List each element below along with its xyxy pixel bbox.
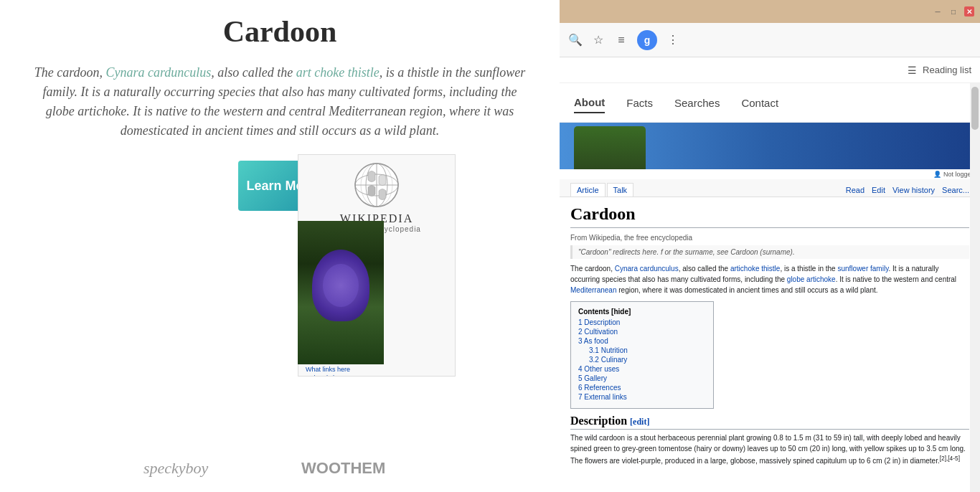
action-edit[interactable]: Edit [872, 186, 885, 194]
speckyboy-logo: speckyboy [143, 459, 208, 478]
hero-image-area [560, 123, 980, 169]
wikipedia-tabs: Article Talk Read Edit View history Sear… [560, 179, 980, 197]
wikipedia-content-area: 👤 Not logge... Article Talk Read Edit Vi… [560, 169, 980, 492]
not-logged-notice: 👤 Not logge... [560, 169, 980, 179]
description-text: The wild cardoon is a stout herbaceous p… [570, 432, 969, 466]
woo-logo: WOOTHEM [301, 459, 385, 478]
hero-plant-thumbnail [574, 126, 646, 169]
scrollbar-thumb[interactable] [971, 87, 979, 130]
wiki-redirect-notice: "Cardoon" redirects here. f or the surna… [570, 245, 969, 259]
browser-toolbar: 🔍 ☆ ≡ g ⋮ [560, 23, 980, 57]
wiki-from-text: From Wikipedia, the free encyclopedia [570, 234, 969, 242]
toc-item-external[interactable]: 7 External links [578, 393, 706, 401]
action-view-history[interactable]: View history [892, 186, 935, 194]
user-icon: 👤 [933, 171, 941, 178]
browser-window-controls: ─ □ ✕ [933, 6, 974, 16]
wikipedia-main-content: Cardoon From Wikipedia, the free encyclo… [560, 197, 980, 473]
page-title: Cardoon [0, 14, 560, 49]
wiki-page-title: Cardoon [570, 204, 969, 228]
wikipedia-toc: Contents [hide] 1 Description 2 Cultivat… [570, 301, 714, 409]
wikipedia-globe-icon [354, 162, 400, 209]
description-edit-link[interactable]: [edit] [630, 417, 649, 427]
tab-article[interactable]: Article [570, 183, 606, 197]
left-panel: Cardoon The cardoon, Cynara cardunculus,… [0, 0, 560, 492]
wiki-link-what-links[interactable]: What links here [306, 366, 448, 373]
nav-contact[interactable]: Contact [741, 93, 778, 113]
browser-window: ─ □ ✕ 🔍 ☆ ≡ g ⋮ ☰ Reading list About Fac… [560, 0, 980, 492]
close-button[interactable]: ✕ [964, 6, 974, 16]
bookmark-icon[interactable]: ☆ [591, 33, 606, 47]
menu-icon[interactable]: ⋮ [666, 33, 680, 47]
toc-item-gallery[interactable]: 5 Gallery [578, 374, 706, 382]
toc-item-references[interactable]: 6 References [578, 384, 706, 392]
nav-facts[interactable]: Facts [626, 93, 653, 113]
flower-image [298, 221, 384, 364]
toc-item-nutrition[interactable]: 3.1 Nutrition [589, 346, 706, 354]
user-avatar[interactable]: g [637, 30, 657, 50]
toc-item-as-food[interactable]: 3 As food [578, 337, 706, 345]
toc-item-cultivation[interactable]: 2 Cultivation [578, 328, 706, 336]
reading-list-icon: ☰ [908, 65, 917, 76]
wiki-link-related[interactable]: Related changes [306, 374, 448, 377]
site-navigation: About Facts Searches Contact [560, 83, 980, 123]
wiki-intro-text: The cardoon, Cynara cardunculus, also ca… [570, 263, 969, 295]
minimize-button[interactable]: ─ [933, 6, 943, 16]
toc-item-other-uses[interactable]: 4 Other uses [578, 365, 706, 373]
toc-item-description[interactable]: 1 Description [578, 318, 706, 326]
wiki-tab-actions: Read Edit View history Searc... [846, 186, 969, 194]
description-section-header: Description [edit] [570, 415, 969, 430]
browser-scrollbar[interactable] [970, 83, 980, 492]
page-description: The cardoon, Cynara cardunculus, also ca… [29, 63, 531, 141]
tab-talk[interactable]: Talk [607, 183, 634, 197]
maximize-button[interactable]: □ [948, 6, 958, 16]
action-search[interactable]: Searc... [942, 186, 969, 194]
nav-searches[interactable]: Searches [674, 93, 720, 113]
reading-list-label[interactable]: Reading list [923, 65, 971, 75]
toc-title: Contents [hide] [578, 308, 706, 316]
search-icon[interactable]: 🔍 [568, 33, 583, 47]
reading-list-bar: ☰ Reading list [560, 57, 980, 83]
action-read[interactable]: Read [846, 186, 864, 194]
browser-titlebar: ─ □ ✕ [560, 0, 980, 23]
toc-item-culinary[interactable]: 3.2 Culinary [589, 356, 706, 364]
nav-about[interactable]: About [574, 93, 605, 113]
list-icon[interactable]: ≡ [614, 33, 628, 47]
